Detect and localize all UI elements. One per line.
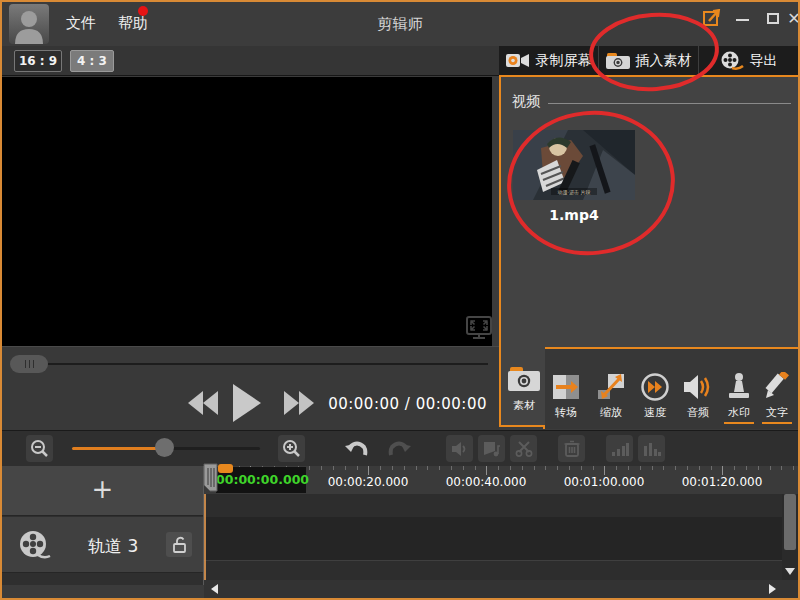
mute-clip-button[interactable]: [446, 435, 473, 462]
timeline-zoom-slider-track[interactable]: [166, 447, 260, 450]
scroll-down-arrow-icon[interactable]: [785, 568, 795, 575]
track-lane[interactable]: [204, 517, 782, 561]
lock-track-button[interactable]: [166, 532, 192, 557]
fade-out-icon: [643, 441, 661, 457]
fade-out-button[interactable]: [638, 435, 665, 462]
tool-audio[interactable]: 音频: [676, 372, 720, 420]
tool-text[interactable]: 文字: [755, 372, 799, 424]
horizontal-scrollbar[interactable]: [204, 580, 798, 598]
vertical-scrollbar-thumb[interactable]: [784, 494, 796, 550]
record-screen-button[interactable]: 录制屏幕: [499, 46, 599, 75]
cut-clip-button[interactable]: [510, 435, 537, 462]
trash-icon: [564, 440, 580, 457]
redo-button[interactable]: [386, 435, 413, 462]
tool-text-label: 文字: [766, 406, 788, 419]
tool-material[interactable]: 素材: [502, 365, 546, 413]
scroll-left-arrow-icon[interactable]: [211, 584, 218, 594]
track-header-panel: + 轨道 3: [2, 466, 204, 585]
fade-in-button[interactable]: [606, 435, 633, 462]
record-screen-icon: [506, 52, 530, 69]
edit-toolbar: [2, 430, 798, 466]
timeline-zoom-slider[interactable]: [72, 447, 166, 450]
video-thumbnail[interactable]: 动漫·进击 片段: [513, 130, 635, 200]
section-divider: [548, 103, 791, 104]
speed-icon: [633, 372, 677, 404]
material-panel: 视频 动漫·进击 片段 1.mp4: [499, 75, 798, 427]
tool-speed[interactable]: 速度: [633, 372, 677, 420]
feedback-icon[interactable]: [703, 9, 721, 27]
tool-watermark-label: 水印: [728, 406, 750, 419]
volume-icon: [451, 441, 469, 457]
playhead-handle[interactable]: [202, 463, 236, 495]
ruler-label-60s: 00:01:00.000: [549, 475, 659, 489]
playhead-line[interactable]: [204, 494, 206, 580]
zoom-out-icon: [30, 439, 50, 459]
time-display: 00:00:00 / 00:00:00: [328, 395, 487, 413]
aspect-ratio-row: 16 : 9 4 : 3: [2, 46, 499, 76]
export-button[interactable]: 导出: [699, 46, 798, 75]
insert-material-button[interactable]: 插入素材: [599, 46, 699, 75]
tool-audio-label: 音频: [687, 406, 709, 419]
zoom-in-icon: [282, 439, 302, 459]
vertical-scrollbar[interactable]: [782, 494, 798, 580]
track-row[interactable]: 轨道 3: [2, 517, 203, 573]
zoom-out-button[interactable]: [26, 435, 53, 462]
record-screen-label: 录制屏幕: [536, 52, 592, 70]
action-tab-bar: 录制屏幕 插入素材 导出: [499, 46, 798, 75]
aspect-16-9-button[interactable]: 16 : 9: [14, 50, 62, 72]
delete-clip-button[interactable]: [558, 435, 585, 462]
minimize-button[interactable]: [729, 8, 755, 30]
ruler-label-20s: 00:00:20.000: [313, 475, 423, 489]
tool-material-label: 素材: [513, 399, 535, 412]
timeline-zoom-handle[interactable]: [155, 438, 174, 457]
svg-text:动漫·进击 片段: 动漫·进击 片段: [557, 189, 590, 196]
redo-icon: [388, 438, 412, 460]
timeline-area[interactable]: [204, 494, 798, 580]
timeline-ruler[interactable]: 00:00:00.000 00:00:20.000 00:00:40.000 0…: [204, 466, 798, 494]
ruler-label-80s: 00:01:20.000: [667, 475, 777, 489]
export-icon: [720, 51, 744, 71]
insert-material-label: 插入素材: [636, 52, 692, 70]
tool-transition[interactable]: 转场: [544, 372, 588, 420]
unlock-icon: [171, 536, 187, 553]
seek-handle[interactable]: [10, 355, 48, 373]
export-label: 导出: [750, 52, 778, 70]
add-track-button[interactable]: +: [2, 466, 203, 516]
scale-icon: [589, 372, 633, 404]
text-pencil-icon: [755, 372, 799, 404]
seek-bar[interactable]: [16, 363, 488, 365]
scroll-right-arrow-icon[interactable]: [769, 584, 776, 594]
film-reel-icon: [18, 529, 52, 563]
scissors-icon: [515, 440, 533, 457]
tool-scale[interactable]: 缩放: [589, 372, 633, 420]
tool-scale-label: 缩放: [600, 406, 622, 419]
video-thumbnail-name: 1.mp4: [513, 207, 635, 223]
window-title: 剪辑师: [2, 15, 798, 34]
rewind-button[interactable]: [188, 391, 218, 419]
fast-forward-button[interactable]: [284, 391, 314, 419]
undo-button[interactable]: [342, 435, 369, 462]
audio-icon: [676, 372, 720, 404]
ruler-label-40s: 00:00:40.000: [431, 475, 541, 489]
aspect-4-3-button[interactable]: 4 : 3: [70, 50, 114, 72]
close-button[interactable]: ✕: [781, 8, 800, 30]
track-label: 轨道 3: [88, 535, 138, 558]
fade-in-icon: [611, 441, 629, 457]
video-editor-window: 文件 帮助 剪辑师 ✕ 16 : 9 4 : 3: [0, 0, 800, 600]
transition-icon: [544, 372, 588, 404]
fullscreen-icon[interactable]: [464, 315, 494, 345]
title-bar: 文件 帮助 剪辑师 ✕: [2, 2, 798, 46]
detach-audio-button[interactable]: [478, 435, 505, 462]
zoom-in-button[interactable]: [278, 435, 305, 462]
video-preview: [2, 77, 492, 346]
tool-speed-label: 速度: [644, 406, 666, 419]
material-folder-icon: [502, 365, 546, 397]
player-controls: 00:00:00 / 00:00:00: [2, 346, 499, 430]
video-section-title: 视频: [512, 93, 540, 111]
audio-detach-icon: [483, 441, 501, 457]
undo-icon: [344, 438, 368, 460]
play-button[interactable]: [233, 384, 261, 426]
insert-material-icon: [606, 52, 630, 70]
tool-transition-label: 转场: [555, 406, 577, 419]
